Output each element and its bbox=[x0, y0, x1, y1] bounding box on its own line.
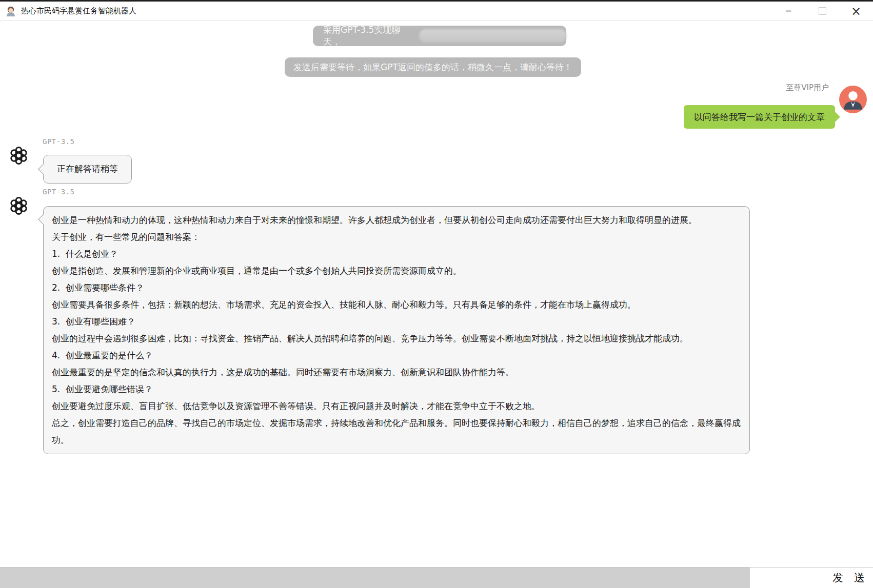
app-icon bbox=[5, 6, 16, 17]
answer-line: 创业是一种热情和动力的体现，这种热情和动力来自于对未来的憧憬和期望。许多人都想成… bbox=[52, 212, 741, 229]
user-avatar bbox=[839, 86, 867, 113]
bubble-tail bbox=[38, 164, 48, 174]
system-notice-wait-hint: 发送后需要等待，如果GPT返回的值多的话，稍微久一点，请耐心等待！ bbox=[285, 57, 581, 77]
system-notice-chat-engine: 采用GPT-3.5实现聊天， bbox=[313, 26, 566, 46]
user-vip-badge: 至尊VIP用户 bbox=[786, 83, 829, 93]
answer-line: 创业需要具备很多条件，包括：新颖的想法、市场需求、充足的资金投入、技能和人脉、耐… bbox=[52, 296, 741, 313]
answer-line: 5. 创业要避免哪些错误？ bbox=[52, 381, 741, 398]
bot-name-label: GPT-3.5 bbox=[43, 188, 75, 196]
bubble-tail bbox=[830, 112, 840, 122]
title-bar: 热心市民码字悬赏任务智能机器人 ─ × bbox=[0, 2, 873, 21]
notice-text: 采用GPT-3.5实现聊天， bbox=[323, 24, 416, 48]
answer-line: 创业的过程中会遇到很多困难，比如：寻找资金、推销产品、解决人员招聘和培养的问题、… bbox=[52, 330, 741, 347]
notice-text: 发送后需要等待，如果GPT返回的值多的话，稍微久一点，请耐心等待！ bbox=[293, 62, 572, 73]
redacted-blur-region bbox=[419, 29, 566, 43]
bubble-tail bbox=[38, 214, 48, 225]
close-icon: × bbox=[851, 5, 861, 17]
message-input[interactable] bbox=[0, 567, 750, 588]
answer-line: 1. 什么是创业？ bbox=[52, 246, 741, 262]
bot-name-label: GPT-3.5 bbox=[43, 137, 75, 146]
window-title: 热心市民码字悬赏任务智能机器人 bbox=[21, 6, 136, 16]
minimize-icon: ─ bbox=[786, 7, 791, 15]
answer-line: 创业最重要的是坚定的信念和认真的执行力，这是成功的基础。同时还需要有市场洞察力、… bbox=[52, 364, 741, 381]
close-button[interactable]: × bbox=[839, 2, 873, 21]
answer-line: 创业是指创造、发展和管理新的企业或商业项目，通常是由一个或多个创始人共同投资所需… bbox=[52, 262, 741, 279]
answer-line: 总之，创业需要打造自己的品牌、寻找自己的市场定位、发掘市场需求，持续地改善和优化… bbox=[52, 415, 741, 449]
window-controls: ─ × bbox=[771, 2, 873, 21]
minimize-button[interactable]: ─ bbox=[771, 2, 805, 21]
bot-answer-bubble: 创业是一种热情和动力的体现，这种热情和动力来自于对未来的憧憬和期望。许多人都想成… bbox=[43, 206, 750, 454]
answer-line: 3. 创业有哪些困难？ bbox=[52, 313, 741, 330]
send-button[interactable]: 发 送 bbox=[750, 567, 873, 588]
openai-logo-icon bbox=[9, 146, 29, 166]
bot-status-bubble: 正在解答请稍等 bbox=[43, 155, 132, 184]
answer-line: 2. 创业需要哪些条件？ bbox=[52, 279, 741, 296]
openai-logo-icon bbox=[9, 196, 29, 216]
answer-line: 创业要避免过度乐观、盲目扩张、低估竞争以及资源管理不善等错误。只有正视问题并及时… bbox=[52, 398, 741, 415]
send-button-label: 发 送 bbox=[832, 571, 865, 585]
maximize-icon bbox=[819, 7, 826, 15]
answer-line: 4. 创业最重要的是什么？ bbox=[52, 347, 741, 364]
user-message-bubble: 以问答给我写一篇关于创业的文章 bbox=[684, 105, 835, 129]
maximize-button[interactable] bbox=[805, 2, 839, 21]
bot-status-text: 正在解答请稍等 bbox=[57, 164, 118, 174]
user-message-text: 以问答给我写一篇关于创业的文章 bbox=[694, 112, 825, 122]
composer-bar: 发 送 bbox=[0, 567, 873, 588]
answer-line: 关于创业，有一些常见的问题和答案： bbox=[52, 229, 741, 246]
